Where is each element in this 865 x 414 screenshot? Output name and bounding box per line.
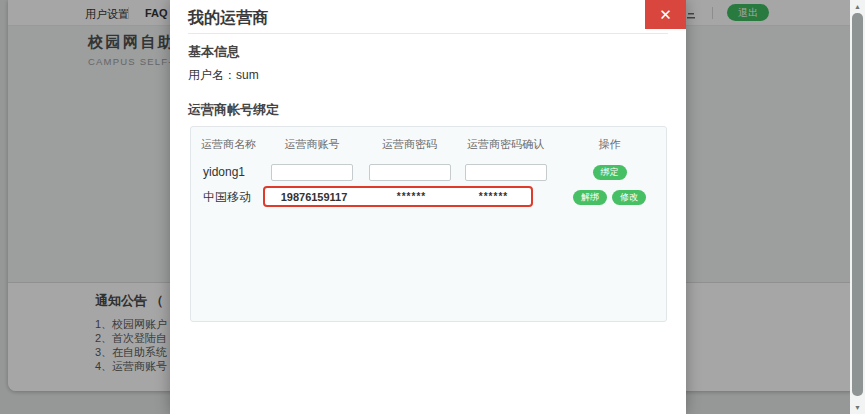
column-header-operator-name: 运营商名称	[191, 137, 263, 152]
table-row: yidong1 绑定	[191, 159, 666, 185]
title-divider	[188, 33, 668, 34]
vertical-scrollbar[interactable]: ▲ ▼	[850, 0, 865, 414]
column-header-operator-account: 运营商账号	[263, 137, 361, 152]
scroll-down-icon[interactable]: ▼	[850, 401, 865, 414]
basic-info-heading: 基本信息	[188, 43, 240, 61]
my-operator-modal: ✕ 我的运营商 基本信息 用户名：sum 运营商帐号绑定 运营商名称 运营商账号…	[170, 0, 686, 414]
modal-title: 我的运营商	[188, 8, 268, 29]
operator-password-confirm-input[interactable]	[465, 164, 547, 181]
operator-account-input[interactable]	[271, 164, 353, 181]
operator-password-input[interactable]	[369, 164, 451, 181]
binding-heading: 运营商帐号绑定	[188, 101, 279, 119]
modify-button[interactable]: 修改	[612, 190, 646, 205]
table-row: 中国移动 解绑 修改 19876159117 ****** ******	[191, 183, 666, 211]
bound-password-confirm-masked: ******	[460, 191, 527, 202]
highlighted-bound-account: 19876159117 ****** ******	[263, 186, 533, 207]
scroll-up-icon[interactable]: ▲	[850, 0, 865, 13]
username-line: 用户名：sum	[188, 67, 259, 84]
binding-table: 运营商名称 运营商账号 运营商密码 运营商密码确认 操作 yidong1 绑定 …	[190, 126, 667, 322]
operator-name: 中国移动	[191, 189, 263, 206]
unbind-button[interactable]: 解绑	[573, 190, 607, 205]
column-header-operator-password: 运营商密码	[361, 137, 458, 152]
operator-name: yidong1	[191, 165, 263, 179]
bound-account-value: 19876159117	[265, 191, 363, 203]
bound-password-masked: ******	[363, 191, 460, 202]
close-icon[interactable]: ✕	[645, 0, 686, 29]
column-header-operation: 操作	[553, 137, 666, 152]
table-header-row: 运营商名称 运营商账号 运营商密码 运营商密码确认 操作	[191, 135, 666, 153]
column-header-operator-password-confirm: 运营商密码确认	[458, 137, 553, 152]
bind-button[interactable]: 绑定	[593, 165, 627, 180]
scrollbar-thumb[interactable]	[852, 13, 863, 396]
